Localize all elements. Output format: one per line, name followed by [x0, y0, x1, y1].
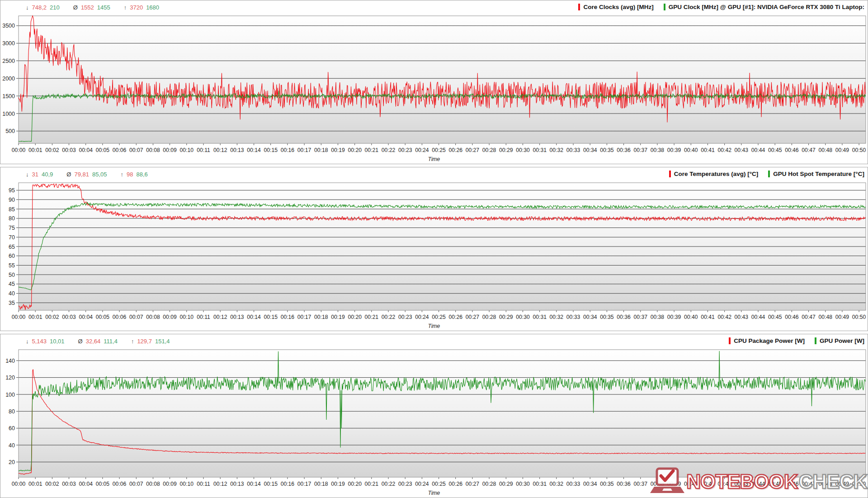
power-avg-red: 32,64: [86, 338, 101, 345]
temps-x-axis-title: Time: [0, 323, 868, 329]
power-max-green: 151,4: [155, 338, 170, 345]
svg-text:00:02: 00:02: [45, 314, 59, 320]
svg-text:00:49: 00:49: [835, 147, 849, 153]
svg-text:00:47: 00:47: [802, 314, 816, 320]
svg-text:140: 140: [5, 358, 15, 364]
svg-text:00:20: 00:20: [348, 147, 362, 153]
svg-text:00:41: 00:41: [701, 147, 715, 153]
power-header: ↓ 5,143 10,01 Ø 32,64 111,4 ↑ 129,7 151,…: [0, 337, 864, 346]
temps-legend: Core Temperatures (avg) [°C] GPU Hot Spo…: [669, 171, 864, 177]
svg-text:60: 60: [9, 425, 15, 432]
svg-text:00:09: 00:09: [163, 147, 177, 153]
svg-text:00:16: 00:16: [281, 147, 295, 153]
svg-text:00:12: 00:12: [213, 147, 227, 153]
svg-text:75: 75: [9, 225, 15, 231]
clocks-chart-plot: 50010001500200025003000350000:0000:0100:…: [0, 12, 868, 156]
svg-text:00:17: 00:17: [297, 481, 311, 487]
avg-symbol-icon: Ø: [73, 4, 78, 11]
svg-text:00:33: 00:33: [566, 314, 580, 320]
svg-text:80: 80: [9, 215, 15, 222]
svg-text:00:11: 00:11: [197, 314, 210, 320]
svg-text:00:44: 00:44: [751, 147, 765, 153]
svg-text:00:05: 00:05: [96, 314, 110, 320]
svg-text:00:21: 00:21: [365, 481, 379, 487]
svg-text:00:36: 00:36: [617, 147, 631, 153]
svg-text:00:22: 00:22: [382, 481, 396, 487]
svg-text:00:05: 00:05: [96, 481, 110, 487]
svg-text:1000: 1000: [2, 111, 15, 117]
green-legend-marker-icon: [815, 337, 816, 344]
svg-text:00:33: 00:33: [566, 147, 580, 153]
svg-text:00:03: 00:03: [62, 147, 76, 153]
svg-text:00:05: 00:05: [96, 147, 110, 153]
svg-text:85: 85: [9, 206, 15, 213]
svg-text:00:10: 00:10: [180, 481, 194, 487]
svg-text:90: 90: [9, 197, 15, 203]
svg-text:00:38: 00:38: [651, 147, 665, 153]
svg-text:00:24: 00:24: [415, 481, 429, 487]
svg-text:00:03: 00:03: [62, 481, 76, 487]
svg-text:00:32: 00:32: [550, 314, 564, 320]
svg-text:00:10: 00:10: [180, 147, 194, 153]
svg-text:00:20: 00:20: [348, 314, 362, 320]
svg-text:120: 120: [5, 375, 15, 381]
svg-text:00:39: 00:39: [667, 147, 681, 153]
svg-text:45: 45: [9, 281, 15, 287]
green-legend-marker-icon: [768, 171, 770, 177]
svg-text:00:31: 00:31: [533, 147, 547, 153]
svg-text:00:39: 00:39: [667, 314, 681, 320]
svg-text:00:17: 00:17: [297, 314, 311, 320]
legend-cpu-package-power-label: CPU Package Power [W]: [734, 337, 805, 344]
svg-text:00:40: 00:40: [684, 314, 698, 320]
min-arrow-icon: ↓: [26, 338, 29, 345]
svg-text:00:00: 00:00: [12, 314, 26, 320]
svg-text:00:37: 00:37: [634, 147, 648, 153]
svg-text:00:23: 00:23: [398, 314, 412, 320]
svg-text:00:15: 00:15: [264, 481, 278, 487]
svg-text:00:07: 00:07: [129, 481, 143, 487]
temps-avg-red: 79,81: [74, 171, 89, 178]
svg-text:00:31: 00:31: [533, 314, 547, 320]
svg-text:00:33: 00:33: [566, 481, 580, 487]
svg-text:00:15: 00:15: [264, 147, 278, 153]
svg-text:00:28: 00:28: [482, 147, 496, 153]
clocks-stats: ↓ 748,2 210 Ø 1552 1455 ↑ 3720 1680: [26, 4, 159, 11]
svg-text:00:34: 00:34: [583, 147, 597, 153]
svg-text:00:25: 00:25: [432, 481, 446, 487]
svg-text:00:13: 00:13: [230, 481, 244, 487]
svg-text:00:30: 00:30: [516, 147, 530, 153]
svg-text:00:25: 00:25: [432, 314, 446, 320]
red-legend-marker-icon: [729, 337, 731, 344]
temps-header: ↓ 31 40,9 Ø 79,81 85,05 ↑ 98 88,6: [0, 171, 864, 180]
legend-gpu-hotspot-label: GPU Hot Spot Temperature [°C]: [773, 171, 864, 177]
svg-text:40: 40: [9, 442, 15, 449]
svg-text:00:46: 00:46: [785, 314, 799, 320]
clocks-stat-avg: Ø 1552 1455: [73, 4, 110, 11]
svg-text:70: 70: [9, 234, 15, 241]
svg-text:00:42: 00:42: [717, 147, 731, 153]
svg-text:00:18: 00:18: [314, 481, 328, 487]
svg-text:00:06: 00:06: [113, 481, 127, 487]
svg-text:00:36: 00:36: [617, 481, 631, 487]
svg-text:00:25: 00:25: [432, 147, 446, 153]
svg-text:00:13: 00:13: [230, 147, 244, 153]
power-max-red: 129,7: [137, 338, 152, 345]
notebookcheck-laptop-icon: [650, 467, 685, 496]
svg-text:00:23: 00:23: [398, 481, 412, 487]
power-legend: CPU Package Power [W] GPU Power [W]: [729, 337, 864, 344]
svg-text:00:13: 00:13: [230, 314, 244, 320]
svg-text:00:14: 00:14: [247, 314, 261, 320]
temps-min-red: 31: [32, 171, 38, 178]
svg-text:00:22: 00:22: [382, 147, 396, 153]
svg-text:00:35: 00:35: [600, 314, 614, 320]
svg-text:00:46: 00:46: [785, 147, 799, 153]
clocks-avg-green: 1455: [97, 4, 110, 11]
svg-text:00:02: 00:02: [45, 147, 59, 153]
hardware-log-charts: ↓ 748,2 210 Ø 1552 1455 ↑ 3720 1680: [0, 0, 868, 498]
svg-text:00:19: 00:19: [331, 481, 345, 487]
svg-text:00:38: 00:38: [651, 314, 665, 320]
clocks-max-green: 1680: [146, 4, 159, 11]
legend-core-clocks-label: Core Clocks (avg) [MHz]: [583, 4, 653, 10]
svg-text:00:04: 00:04: [79, 147, 93, 153]
avg-symbol-icon: Ø: [66, 171, 71, 178]
